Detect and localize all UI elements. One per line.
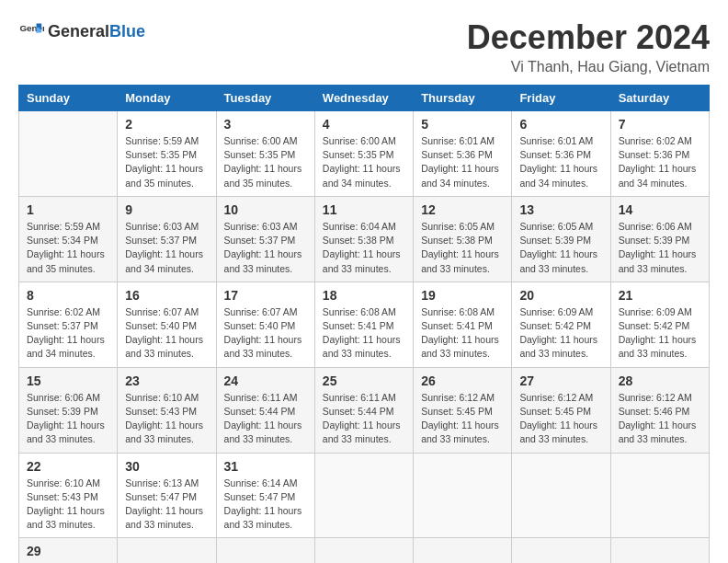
calendar-day-cell: 22Sunrise: 6:10 AM Sunset: 5:43 PM Dayli… [19,453,118,538]
calendar-day-cell: 16Sunrise: 6:07 AM Sunset: 5:40 PM Dayli… [118,282,216,367]
calendar-day-cell: 6Sunrise: 6:01 AM Sunset: 5:36 PM Daylig… [512,111,610,197]
day-info: Sunrise: 6:07 AM Sunset: 5:40 PM Dayligh… [125,305,208,362]
day-number: 8 [27,288,109,303]
day-info: Sunrise: 6:06 AM Sunset: 5:39 PM Dayligh… [619,220,701,276]
day-number: 28 [619,373,701,388]
calendar-day-cell: 10Sunrise: 6:03 AM Sunset: 5:37 PM Dayli… [216,196,314,282]
calendar-day-cell: 1Sunrise: 5:59 AM Sunset: 5:34 PM Daylig… [19,196,118,282]
day-info: Sunrise: 6:08 AM Sunset: 5:41 PM Dayligh… [323,305,405,362]
day-number: 1 [27,202,109,217]
weekday-header: Sunday [19,86,118,111]
day-number: 5 [421,117,504,132]
day-info: Sunrise: 6:12 AM Sunset: 5:45 PM Dayligh… [421,391,504,447]
logo-general-text: General [48,22,109,41]
day-number: 27 [519,373,602,388]
day-info: Sunrise: 6:03 AM Sunset: 5:37 PM Dayligh… [125,220,208,276]
logo-blue-text: Blue [109,22,145,41]
calendar-day-cell [414,538,512,563]
calendar-week-row: 2Sunrise: 5:59 AM Sunset: 5:35 PM Daylig… [19,111,710,197]
calendar-day-cell [314,453,413,538]
calendar-day-cell: 27Sunrise: 6:12 AM Sunset: 5:45 PM Dayli… [512,367,610,453]
day-number: 25 [323,373,405,388]
day-number: 9 [125,202,208,217]
calendar-day-cell: 28Sunrise: 6:12 AM Sunset: 5:46 PM Dayli… [610,367,709,453]
day-number: 10 [224,202,307,217]
day-number: 6 [519,117,602,132]
day-number: 29 [27,544,109,558]
day-info: Sunrise: 6:12 AM Sunset: 5:45 PM Dayligh… [519,391,602,447]
day-info: Sunrise: 6:08 AM Sunset: 5:41 PM Dayligh… [421,305,504,362]
weekday-header: Tuesday [216,86,314,111]
weekday-header: Wednesday [314,86,413,111]
day-number: 18 [323,288,405,303]
calendar-day-cell: 30Sunrise: 6:13 AM Sunset: 5:47 PM Dayli… [118,453,216,538]
title-section: December 2024 Vi Thanh, Hau Giang, Vietn… [467,18,710,75]
day-info: Sunrise: 6:13 AM Sunset: 5:47 PM Dayligh… [125,477,208,533]
calendar-day-cell: 18Sunrise: 6:08 AM Sunset: 5:41 PM Dayli… [314,282,413,367]
calendar-day-cell: 29Sunrise: 6:13 AM Sunset: 5:46 PM Dayli… [19,538,118,563]
calendar-day-cell: 24Sunrise: 6:11 AM Sunset: 5:44 PM Dayli… [216,367,314,453]
day-info: Sunrise: 6:10 AM Sunset: 5:43 PM Dayligh… [125,391,208,447]
calendar-day-cell [216,538,314,563]
calendar-day-cell: 4Sunrise: 6:00 AM Sunset: 5:35 PM Daylig… [314,111,413,197]
day-info: Sunrise: 6:05 AM Sunset: 5:38 PM Dayligh… [421,220,504,276]
day-number: 11 [323,202,405,217]
day-info: Sunrise: 6:03 AM Sunset: 5:37 PM Dayligh… [224,220,307,276]
day-info: Sunrise: 6:01 AM Sunset: 5:36 PM Dayligh… [421,134,504,190]
day-number: 2 [125,117,208,132]
day-number: 21 [619,288,701,303]
calendar-day-cell: 31Sunrise: 6:14 AM Sunset: 5:47 PM Dayli… [216,453,314,538]
calendar-day-cell [610,538,709,563]
day-info: Sunrise: 6:11 AM Sunset: 5:44 PM Dayligh… [323,391,405,447]
day-info: Sunrise: 6:09 AM Sunset: 5:42 PM Dayligh… [619,305,701,362]
day-number: 13 [519,202,602,217]
calendar-day-cell: 14Sunrise: 6:06 AM Sunset: 5:39 PM Dayli… [610,196,709,282]
calendar-table: SundayMondayTuesdayWednesdayThursdayFrid… [18,85,710,563]
day-info: Sunrise: 6:02 AM Sunset: 5:36 PM Dayligh… [619,134,701,190]
calendar-week-row: 29Sunrise: 6:13 AM Sunset: 5:46 PM Dayli… [19,538,710,563]
calendar-day-cell: 21Sunrise: 6:09 AM Sunset: 5:42 PM Dayli… [610,282,709,367]
day-number: 22 [27,459,109,474]
calendar-day-cell: 2Sunrise: 5:59 AM Sunset: 5:35 PM Daylig… [118,111,216,197]
day-number: 20 [519,288,602,303]
day-info: Sunrise: 6:07 AM Sunset: 5:40 PM Dayligh… [224,305,307,362]
weekday-header: Friday [512,86,610,111]
day-number: 15 [27,373,109,388]
calendar-day-cell: 25Sunrise: 6:11 AM Sunset: 5:44 PM Dayli… [314,367,413,453]
calendar-day-cell: 7Sunrise: 6:02 AM Sunset: 5:36 PM Daylig… [610,111,709,197]
day-info: Sunrise: 6:09 AM Sunset: 5:42 PM Dayligh… [519,305,602,362]
day-number: 30 [125,459,208,474]
day-info: Sunrise: 6:05 AM Sunset: 5:39 PM Dayligh… [519,220,602,276]
calendar-day-cell [512,453,610,538]
day-info: Sunrise: 6:12 AM Sunset: 5:46 PM Dayligh… [619,391,701,447]
day-info: Sunrise: 5:59 AM Sunset: 5:35 PM Dayligh… [125,134,208,190]
weekday-header: Saturday [610,86,709,111]
day-number: 14 [619,202,701,217]
day-number: 23 [125,373,208,388]
calendar-day-cell [19,111,118,197]
day-info: Sunrise: 6:04 AM Sunset: 5:38 PM Dayligh… [323,220,405,276]
calendar-week-row: 22Sunrise: 6:10 AM Sunset: 5:43 PM Dayli… [19,453,710,538]
month-title: December 2024 [467,18,710,57]
day-info: Sunrise: 5:59 AM Sunset: 5:34 PM Dayligh… [27,220,109,276]
calendar-day-cell: 5Sunrise: 6:01 AM Sunset: 5:36 PM Daylig… [414,111,512,197]
calendar-day-cell [314,538,413,563]
page-header: General General Blue December 2024 Vi Th… [18,18,710,75]
calendar-day-cell: 23Sunrise: 6:10 AM Sunset: 5:43 PM Dayli… [118,367,216,453]
day-number: 7 [619,117,701,132]
calendar-day-cell: 15Sunrise: 6:06 AM Sunset: 5:39 PM Dayli… [19,367,118,453]
calendar-day-cell [118,538,216,563]
calendar-day-cell: 19Sunrise: 6:08 AM Sunset: 5:41 PM Dayli… [414,282,512,367]
calendar-day-cell [414,453,512,538]
calendar-day-cell: 3Sunrise: 6:00 AM Sunset: 5:35 PM Daylig… [216,111,314,197]
weekday-header: Monday [118,86,216,111]
day-number: 16 [125,288,208,303]
calendar-header-row: SundayMondayTuesdayWednesdayThursdayFrid… [19,86,710,111]
calendar-day-cell: 9Sunrise: 6:03 AM Sunset: 5:37 PM Daylig… [118,196,216,282]
calendar-day-cell: 13Sunrise: 6:05 AM Sunset: 5:39 PM Dayli… [512,196,610,282]
day-number: 24 [224,373,307,388]
logo-icon: General [18,18,44,44]
day-number: 12 [421,202,504,217]
day-number: 31 [224,459,307,474]
logo: General General Blue [18,18,145,44]
